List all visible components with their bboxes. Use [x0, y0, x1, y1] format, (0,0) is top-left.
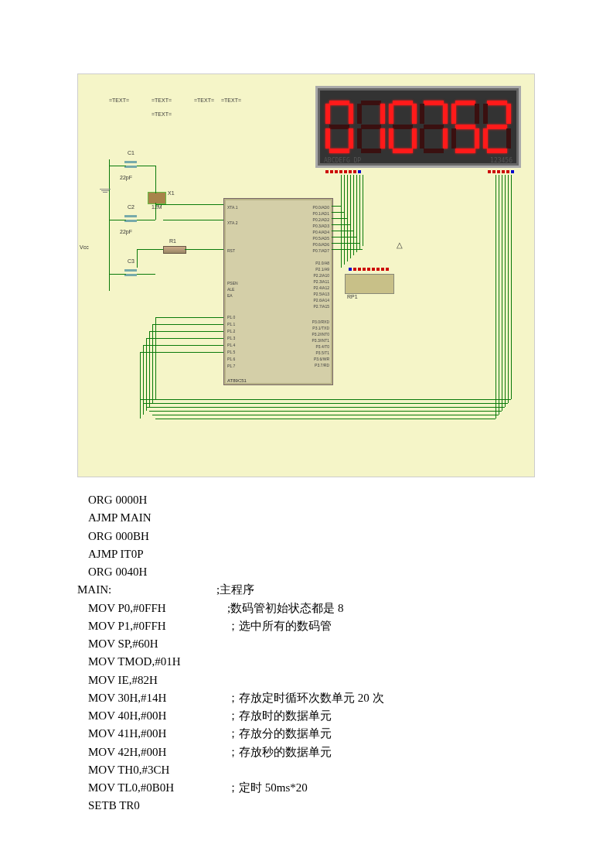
pin-p1-3: P1.3 — [227, 336, 235, 340]
cap-c3 — [124, 266, 137, 282]
wire — [341, 175, 342, 268]
wire — [109, 220, 126, 220]
pin-p2-3: P2.3/A11 — [313, 279, 329, 284]
wire — [511, 175, 512, 399]
display-sel-label: 123456 — [490, 157, 513, 164]
wire — [332, 218, 347, 219]
pin-p3-7: P3.7/RD — [315, 363, 329, 367]
pin-ea: EA — [227, 293, 233, 298]
pin-p1-7: P1.7 — [227, 364, 235, 368]
code-line: SETB TR0 — [77, 797, 536, 815]
wire — [155, 203, 156, 220]
resistor-r1 — [163, 246, 186, 254]
code-line: MOV 40H,#00H；存放时的数据单元 — [77, 707, 536, 725]
wire — [332, 237, 356, 238]
wire — [152, 324, 223, 325]
pin-p1-0: P1.0 — [227, 315, 235, 320]
wire — [155, 204, 223, 205]
wire — [332, 249, 363, 250]
rp1-pins — [349, 268, 389, 271]
pin-p3-6: P3.6/WR — [314, 357, 329, 361]
code-line: MOV P1,#0FFH；选中所有的数码管 — [77, 617, 536, 635]
mcu-chip: AT89C51 XTA.1 XTA.2 RST PSEN ALE EA P1.0… — [223, 198, 333, 385]
pin-p0-6: P0.6/AD6 — [313, 242, 329, 247]
wire — [496, 175, 496, 419]
pin-p1-6: P1.6 — [227, 357, 235, 361]
wire — [356, 175, 357, 252]
wire — [359, 175, 360, 249]
wire — [149, 331, 223, 332]
wire — [344, 175, 345, 265]
code-line: MOV SP,#60H — [77, 635, 536, 653]
wire — [505, 175, 506, 407]
delta-marker: △ — [397, 241, 403, 249]
pin-p0-3: P0.3/AD3 — [313, 224, 329, 228]
display-sel-pins — [488, 170, 514, 173]
crystal-x1 — [148, 192, 166, 204]
wire — [149, 331, 150, 407]
schematic-image: =TEXT= =TEXT= =TEXT= =TEXT= =TEXT= ABCDE… — [77, 73, 535, 477]
pin-p2-1: P2.1/A9 — [315, 267, 329, 272]
digit-1 — [325, 101, 353, 153]
wire — [146, 338, 223, 339]
x1-label: X1 — [168, 190, 175, 196]
pin-p2-2: P2.2/A10 — [313, 273, 329, 278]
wire — [499, 175, 499, 415]
pin-p1-4: P1.4 — [227, 343, 235, 347]
wire — [155, 166, 156, 193]
wire — [332, 212, 344, 213]
gnd — [103, 192, 107, 193]
code-line: AJMP MAIN — [77, 509, 536, 527]
code-line: MOV 41H,#00H；存放分的数据单元 — [77, 725, 536, 743]
wire — [140, 399, 511, 400]
resistor-pack-rp1 — [345, 274, 394, 294]
pin-p3-1: P3.1/TXD — [312, 326, 329, 330]
gnd — [100, 189, 111, 190]
mcu-name: AT89C51 — [227, 378, 247, 383]
display-pins-label: ABCDEFG DP — [324, 157, 361, 164]
pin-p1-2: P1.2 — [227, 329, 235, 333]
wire — [152, 324, 153, 403]
digit-5 — [451, 101, 479, 153]
wire — [137, 249, 138, 268]
pin-p0-0: P0.0/AD0 — [313, 205, 329, 210]
r1-label: R1 — [169, 238, 176, 244]
code-line: ORG 0040H — [77, 563, 536, 581]
rp1-label: RP1 — [347, 294, 358, 299]
x1-val: 12M — [152, 204, 162, 210]
code-line: MOV TL0,#0B0H；定时 50ms*20 — [77, 779, 536, 797]
wire — [143, 345, 144, 415]
wire — [140, 352, 141, 419]
text-node: =TEXT= — [194, 97, 214, 103]
pin-psen: PSEN — [227, 281, 238, 285]
code-line: MOV 30H,#14H；存放定时循环次数单元 20 次 — [77, 689, 536, 707]
digit-2 — [357, 101, 385, 153]
wire — [137, 249, 163, 250]
wire — [332, 231, 353, 231]
pin-p3-3: P3.3/INT1 — [312, 338, 329, 343]
wire — [152, 415, 499, 415]
code-line: MOV TH0,#3CH — [77, 761, 536, 779]
pin-rst: RST — [227, 248, 235, 253]
text-node: =TEXT= — [109, 97, 129, 103]
wire — [137, 220, 155, 220]
wire — [332, 206, 341, 207]
code-line: MOV TMOD,#01H — [77, 653, 536, 671]
code-line: MOV IE,#82H — [77, 672, 536, 689]
digit-4 — [420, 101, 448, 153]
wire — [350, 175, 351, 258]
code-line: AJMP IT0P — [77, 545, 536, 563]
code-line: MAIN:;主程序 — [77, 581, 536, 599]
pin-xta1: XTA.1 — [227, 205, 238, 210]
pin-p3-4: P3.4/T0 — [315, 344, 329, 349]
wire — [149, 411, 502, 412]
pin-p2-4: P2.4/A12 — [313, 285, 329, 290]
seven-seg-display: ABCDEFG DP 123456 — [318, 88, 519, 166]
text-node: =TEXT= — [152, 111, 172, 117]
pin-ale: ALE — [227, 287, 234, 292]
wire — [137, 166, 155, 166]
pin-p0-2: P0.2/AD2 — [313, 217, 329, 222]
wire — [363, 175, 363, 246]
c2-label: C2 — [128, 204, 135, 210]
wire — [155, 317, 156, 399]
